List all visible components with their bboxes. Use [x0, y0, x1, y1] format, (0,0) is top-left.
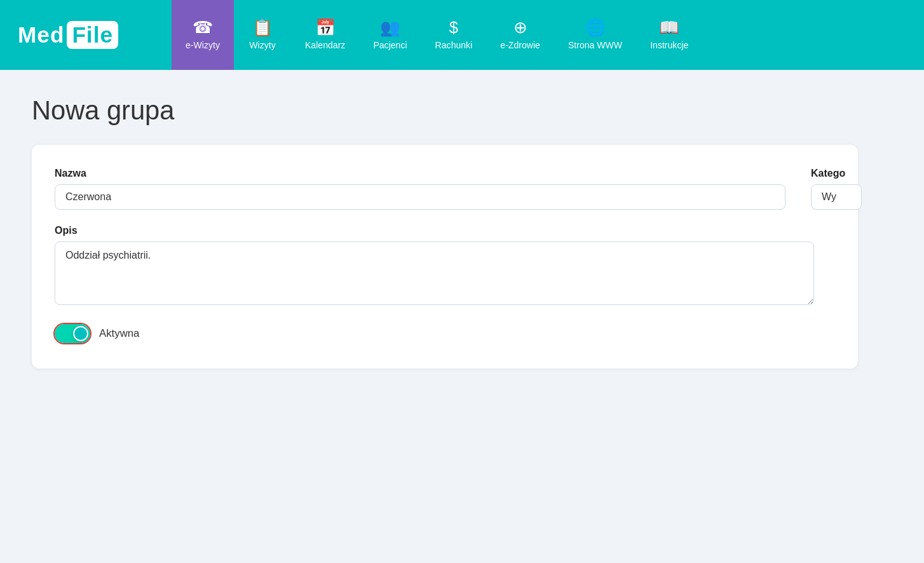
form-card: Nazwa Katego Opis Oddział psychiatrii. A… [32, 145, 858, 369]
nav-item-strona-www[interactable]: 🌐 Strona WWW [554, 0, 636, 70]
aktywna-toggle[interactable] [55, 324, 90, 343]
logo-med: Med [18, 22, 64, 48]
header: MedFile ☎ e-Wizyty 📋 Wizyty 📅 Kalendarz … [0, 0, 924, 70]
nav-label-e-wizyty: e-Wizyty [186, 40, 220, 50]
nav-item-pacjenci[interactable]: 👥 Pacjenci [359, 0, 421, 70]
aktywna-row: Aktywna [55, 324, 835, 343]
nav-label-pacjenci: Pacjenci [373, 40, 407, 50]
page-title: Nowa grupa [32, 95, 892, 126]
toggle-thumb [73, 326, 88, 341]
opis-textarea[interactable]: Oddział psychiatrii. [55, 241, 814, 305]
toggle-track [55, 324, 90, 343]
wizyty-icon: 📋 [252, 20, 273, 36]
nav-item-wizyty[interactable]: 📋 Wizyty [234, 0, 291, 70]
main-content: Nowa grupa Nazwa Katego Opis Oddział psy… [0, 70, 924, 394]
main-nav: ☎ e-Wizyty 📋 Wizyty 📅 Kalendarz 👥 Pacjen… [172, 0, 924, 70]
instrukcje-icon: 📖 [659, 20, 679, 36]
kalendarz-icon: 📅 [315, 20, 336, 36]
aktywna-label: Aktywna [99, 327, 139, 340]
logo-area: MedFile [0, 0, 172, 70]
nav-label-instrukcje: Instrukcje [650, 40, 688, 50]
e-zdrowie-icon: ⊕ [513, 20, 527, 36]
nav-item-e-wizyty[interactable]: ☎ e-Wizyty [172, 0, 234, 70]
nav-item-e-zdrowie[interactable]: ⊕ e-Zdrowie [486, 0, 554, 70]
nav-item-rachunki[interactable]: $ Rachunki [421, 0, 487, 70]
nazwa-input[interactable] [55, 184, 785, 210]
opis-label: Opis [55, 225, 835, 236]
e-wizyty-icon: ☎ [193, 20, 213, 36]
kategoria-input[interactable] [811, 184, 862, 210]
logo-file: File [67, 21, 118, 49]
nazwa-row: Nazwa Katego [55, 168, 835, 210]
nav-label-strona-www: Strona WWW [568, 40, 622, 50]
nav-label-kalendarz: Kalendarz [305, 40, 345, 50]
nav-item-kalendarz[interactable]: 📅 Kalendarz [291, 0, 359, 70]
strona-www-icon: 🌐 [585, 20, 606, 36]
opis-group: Opis Oddział psychiatrii. [55, 225, 835, 305]
logo: MedFile [18, 21, 118, 49]
nazwa-label: Nazwa [55, 168, 785, 179]
nazwa-group: Nazwa [55, 168, 785, 210]
kategoria-label: Katego [811, 168, 887, 179]
nav-item-instrukcje[interactable]: 📖 Instrukcje [636, 0, 702, 70]
nav-label-rachunki: Rachunki [435, 40, 473, 50]
kategoria-group: Katego [811, 168, 887, 210]
nav-label-wizyty: Wizyty [249, 40, 275, 50]
rachunki-icon: $ [449, 20, 458, 36]
pacjenci-icon: 👥 [380, 20, 400, 36]
nav-label-e-zdrowie: e-Zdrowie [500, 40, 540, 50]
